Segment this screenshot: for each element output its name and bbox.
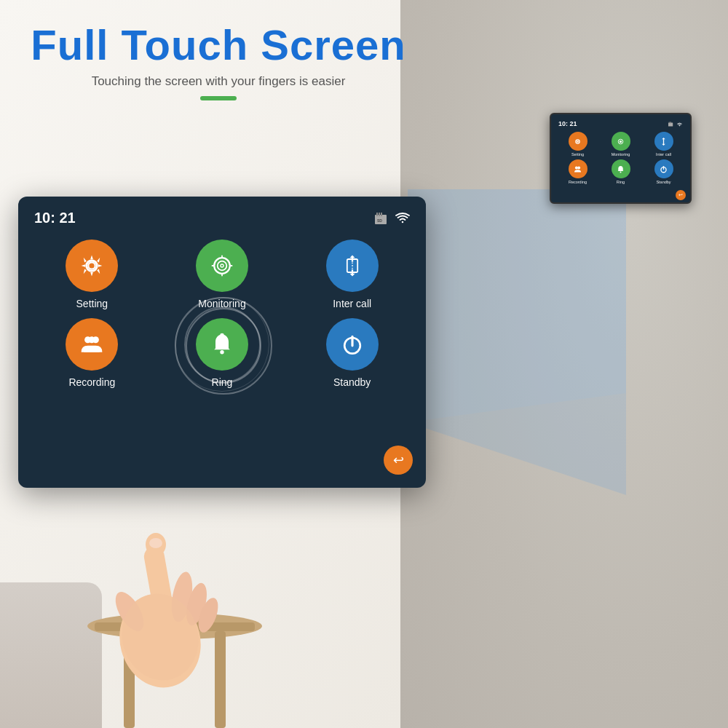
app-label-standby: Standby <box>333 376 371 388</box>
arrows-icon <box>339 253 365 279</box>
svg-point-10 <box>90 263 95 268</box>
small-screen-icons <box>668 120 683 127</box>
small-back-button: ↩ <box>676 190 686 200</box>
app-item-standby[interactable]: Standby <box>294 318 410 388</box>
svg-rect-43 <box>670 122 670 123</box>
app-label-setting: Setting <box>76 298 108 309</box>
svg-rect-25 <box>220 333 223 336</box>
large-screen-device: 10: 21 SD <box>18 197 426 488</box>
small-label-setting: Setting <box>571 152 584 157</box>
small-label-ring: Ring <box>617 180 625 184</box>
app-item-ring[interactable]: Ring <box>165 318 280 388</box>
power-icon <box>339 331 365 357</box>
screen-header: 10: 21 SD <box>34 210 410 226</box>
svg-point-46 <box>577 141 579 143</box>
small-label-recording: Recording <box>569 180 587 184</box>
app-label-recording: Recording <box>68 376 115 388</box>
small-app-recording: Recording <box>558 159 597 184</box>
app-grid: Setting Monitoring <box>34 240 410 388</box>
svg-rect-3 <box>376 213 378 216</box>
app-circle-monitoring <box>196 240 248 292</box>
gear-icon <box>79 253 105 279</box>
svg-point-54 <box>620 171 622 173</box>
small-app-standby: Standby <box>644 159 683 184</box>
small-app-grid: Setting Monitoring <box>558 132 683 184</box>
svg-rect-42 <box>669 122 670 123</box>
screen-time: 10: 21 <box>34 210 76 226</box>
camera-icon <box>209 253 235 279</box>
wifi-icon <box>395 213 410 224</box>
hand-pointing <box>58 459 262 692</box>
small-wifi-icon <box>676 122 683 127</box>
app-item-recording[interactable]: Recording <box>34 318 150 388</box>
svg-marker-50 <box>662 138 665 139</box>
small-sd-icon <box>668 122 674 127</box>
green-bar-decoration <box>200 96 237 100</box>
svg-marker-17 <box>349 256 355 258</box>
small-app-ring: Ring <box>601 159 640 184</box>
svg-rect-5 <box>381 213 382 216</box>
small-screen-time: 10: 21 <box>558 120 577 127</box>
app-label-intercall: Inter call <box>333 298 371 309</box>
svg-point-36 <box>149 538 162 548</box>
svg-point-14 <box>221 265 223 267</box>
small-screen-header: 10: 21 <box>558 120 683 127</box>
small-screen-wrapper: 10: 21 <box>550 113 692 204</box>
svg-point-23 <box>89 336 95 343</box>
svg-rect-44 <box>670 122 671 123</box>
app-circle-ring <box>196 318 248 371</box>
app-item-intercall[interactable]: Inter call <box>294 240 410 309</box>
svg-marker-1 <box>408 189 626 422</box>
page-subtitle: Touching the screen with your fingers is… <box>0 74 437 89</box>
small-label-monitoring: Monitoring <box>612 152 630 157</box>
app-item-setting[interactable]: Setting <box>34 240 150 309</box>
svg-text:SD: SD <box>377 218 382 223</box>
back-icon: ↩ <box>393 452 404 468</box>
top-section: Full Touch Screen Touching the screen wi… <box>0 22 437 100</box>
small-app-setting: Setting <box>558 132 597 157</box>
svg-point-48 <box>620 140 622 142</box>
app-circle-standby <box>326 318 379 371</box>
svg-rect-4 <box>379 213 380 216</box>
small-app-monitoring: Monitoring <box>601 132 640 157</box>
svg-point-24 <box>220 350 223 354</box>
svg-marker-51 <box>662 143 665 145</box>
small-label-standby: Standby <box>656 180 670 184</box>
people-icon <box>79 331 105 357</box>
small-screen-device: 10: 21 <box>550 113 692 204</box>
app-circle-setting <box>66 240 118 292</box>
svg-marker-19 <box>349 274 355 277</box>
app-circle-recording <box>66 318 118 371</box>
svg-point-53 <box>577 166 580 169</box>
page-title: Full Touch Screen <box>0 22 437 68</box>
sd-card-icon: SD <box>373 212 389 225</box>
back-button[interactable]: ↩ <box>384 446 413 475</box>
bell-icon <box>209 331 235 357</box>
small-label-intercall: Inter call <box>656 152 671 157</box>
small-app-intercall: Inter call <box>644 132 683 157</box>
app-circle-intercall <box>326 240 379 292</box>
screen-status-icons: SD <box>373 212 410 225</box>
